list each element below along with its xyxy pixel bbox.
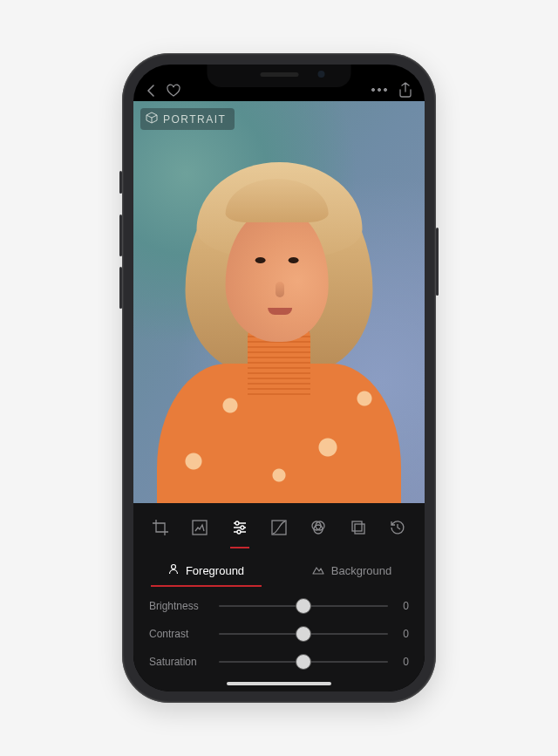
tool-curves[interactable] <box>268 515 290 540</box>
layer-tabs: Foreground Background <box>133 548 425 587</box>
notch <box>208 65 351 87</box>
slider-saturation-label: Saturation <box>149 656 219 668</box>
volume-up-button[interactable] <box>119 215 122 256</box>
favorite-button[interactable] <box>166 84 181 98</box>
back-button[interactable] <box>146 84 155 98</box>
tool-filters[interactable] <box>307 515 330 540</box>
share-button[interactable] <box>398 82 412 98</box>
slider-saturation: Saturation 0 <box>149 650 409 674</box>
tool-layers[interactable] <box>347 515 370 540</box>
tool-bar <box>133 503 425 548</box>
portrait-subject <box>148 189 410 503</box>
tool-adjust[interactable] <box>228 515 251 540</box>
tool-crop[interactable] <box>149 515 172 540</box>
svg-rect-11 <box>352 521 362 531</box>
slider-saturation-thumb[interactable] <box>296 654 311 670</box>
slider-contrast-thumb[interactable] <box>296 626 311 642</box>
svg-point-1 <box>378 88 380 91</box>
slider-brightness-thumb[interactable] <box>296 598 311 614</box>
slider-brightness: Brightness 0 <box>149 594 409 618</box>
svg-rect-12 <box>355 524 364 534</box>
svg-point-4 <box>235 521 239 525</box>
cube-icon <box>146 112 158 126</box>
svg-point-0 <box>371 88 374 91</box>
mountains-icon <box>312 564 324 577</box>
person-icon <box>168 563 179 577</box>
adjust-sliders: Brightness 0 Contrast 0 Saturation 0 <box>133 587 425 691</box>
svg-point-2 <box>384 88 386 91</box>
svg-point-6 <box>237 530 241 534</box>
portrait-badge-label: PORTRAIT <box>163 113 226 126</box>
svg-point-5 <box>241 526 244 529</box>
slider-saturation-value: 0 <box>388 656 409 668</box>
more-button[interactable] <box>371 87 388 92</box>
slider-contrast-value: 0 <box>388 628 409 640</box>
slider-contrast: Contrast 0 <box>149 622 409 646</box>
tab-background[interactable]: Background <box>279 554 425 587</box>
slider-contrast-label: Contrast <box>149 628 219 640</box>
photo-canvas[interactable]: PORTRAIT <box>133 101 425 503</box>
phone-frame: PORTRAIT <box>122 53 436 703</box>
volume-down-button[interactable] <box>119 267 122 309</box>
slider-brightness-label: Brightness <box>149 600 219 612</box>
tab-foreground-label: Foreground <box>186 564 244 577</box>
svg-point-13 <box>171 565 175 569</box>
mute-switch[interactable] <box>119 171 122 194</box>
slider-saturation-track[interactable] <box>219 661 388 663</box>
slider-contrast-track[interactable] <box>219 633 388 635</box>
portrait-badge: PORTRAIT <box>140 108 235 130</box>
home-indicator[interactable] <box>227 682 331 685</box>
slider-brightness-track[interactable] <box>219 605 388 607</box>
power-button[interactable] <box>436 228 439 296</box>
tool-frame[interactable] <box>188 515 211 540</box>
tab-foreground[interactable]: Foreground <box>133 554 279 587</box>
screen: PORTRAIT <box>133 65 425 691</box>
tab-background-label: Background <box>331 564 391 577</box>
tool-history[interactable] <box>386 515 409 540</box>
svg-rect-3 <box>193 521 207 535</box>
slider-brightness-value: 0 <box>388 600 409 612</box>
